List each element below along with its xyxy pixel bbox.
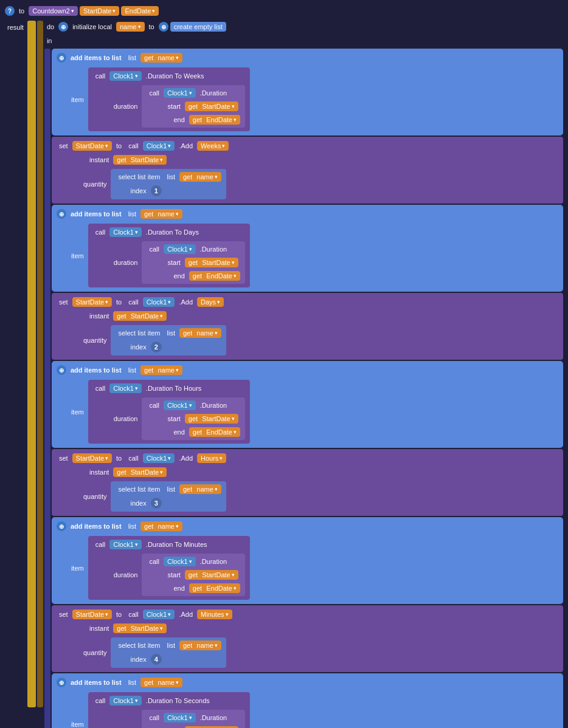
- clock2-dur-3[interactable]: Clock1: [164, 400, 196, 410]
- set-startdate-2: set StartDate to call Clock1 .Add Days i…: [52, 293, 563, 360]
- call2-label-3: call: [147, 400, 162, 410]
- set-row-2: set StartDate to call Clock1 .Add Days: [57, 296, 558, 308]
- clock1-seconds[interactable]: Clock1: [109, 696, 142, 706]
- start-date-header[interactable]: StartDate: [80, 6, 119, 16]
- set-var-2[interactable]: StartDate: [72, 297, 112, 307]
- clock1-weeks[interactable]: Clock1: [109, 71, 142, 81]
- duration-row-4: duration call Clock1 .Duration: [93, 552, 245, 597]
- get-start-4[interactable]: get StartDate: [185, 570, 238, 580]
- end-row-3: end get EndDate: [147, 426, 240, 438]
- set-startdate-4: set StartDate to call Clock1 .Add Minute…: [52, 605, 563, 672]
- list-lbl-3: list: [165, 484, 178, 494]
- index-val-4: 4: [151, 654, 162, 665]
- item-row-2: item call Clock1 .Duration To Days durat…: [57, 222, 558, 289]
- set-label-2: set: [57, 297, 71, 307]
- section-1-content: ⊕ add items to list list get name item: [52, 49, 563, 728]
- clock-set-2[interactable]: Clock1: [143, 297, 175, 307]
- info-icon-add5[interactable]: ⊕: [57, 678, 66, 687]
- start-row-1: start get StartDate: [147, 100, 240, 112]
- clock1-days[interactable]: Clock1: [109, 227, 142, 237]
- set-var-1[interactable]: StartDate: [72, 141, 112, 151]
- add-items-list-row-3: ⊕ add items to list list get name: [57, 364, 558, 376]
- index-row-4: index 4: [116, 653, 221, 666]
- set-row-4: set StartDate to call Clock1 .Add Minute…: [57, 608, 558, 620]
- clock2-dur-2[interactable]: Clock1: [164, 244, 196, 254]
- index-row-3: index 3: [116, 496, 221, 510]
- clock2-dur-1[interactable]: Clock1: [164, 88, 196, 98]
- get-end-1[interactable]: get EndDate: [189, 115, 240, 125]
- set-var-3[interactable]: StartDate: [72, 453, 112, 463]
- call-label-4: call: [93, 540, 108, 549]
- info-icon[interactable]: ?: [5, 6, 15, 16]
- set-startdate-3: set StartDate to call Clock1 .Add Hours …: [52, 449, 563, 516]
- get-name-2[interactable]: get name: [140, 209, 182, 219]
- clock2-dur-5[interactable]: Clock1: [164, 713, 196, 723]
- method2-dur-4: .Duration: [198, 557, 230, 566]
- info-icon-add2[interactable]: ⊕: [57, 209, 66, 219]
- get-name-5[interactable]: get name: [140, 678, 182, 687]
- get-instant-2[interactable]: get StartDate: [113, 311, 167, 321]
- unit-minutes[interactable]: Minutes: [197, 610, 232, 619]
- add-items-list-row-4: ⊕ add items to list list get name: [57, 520, 558, 532]
- section-1: ⊕ add items to list list get name item: [44, 49, 563, 728]
- list-label-1: list: [126, 53, 139, 63]
- start-row-3: start get StartDate: [147, 413, 240, 425]
- end-label-3: end: [171, 427, 187, 437]
- set-to-2: to: [114, 297, 124, 307]
- create-empty-list-block[interactable]: create empty list: [170, 22, 226, 32]
- quantity-row-4: quantity select list item list get name: [57, 636, 558, 669]
- name-var-block[interactable]: name: [116, 22, 145, 32]
- method2-dur-5: .Duration: [198, 713, 230, 723]
- clock2-dur-4[interactable]: Clock1: [164, 557, 196, 566]
- clock-set-3[interactable]: Clock1: [143, 453, 175, 463]
- select-list-item-3: select list item list get name index 3: [111, 481, 226, 512]
- info-icon-2[interactable]: ⊕: [58, 22, 68, 32]
- get-instant-4[interactable]: get StartDate: [113, 623, 167, 633]
- info-icon-add3[interactable]: ⊕: [57, 365, 66, 375]
- get-name-3[interactable]: get name: [140, 365, 182, 375]
- get-name-sel-3[interactable]: get name: [179, 484, 221, 494]
- info-icon-add1[interactable]: ⊕: [57, 53, 66, 63]
- get-start-1[interactable]: get StartDate: [185, 101, 238, 111]
- get-end-4[interactable]: get EndDate: [189, 583, 240, 593]
- duration-to-days-block: call Clock1 .Duration To Days duration c…: [88, 224, 250, 287]
- get-end-3[interactable]: get EndDate: [189, 427, 240, 437]
- clock1-hours[interactable]: Clock1: [109, 383, 142, 393]
- clock1-minutes[interactable]: Clock1: [109, 540, 142, 549]
- initialize-label: initialize local: [70, 22, 114, 32]
- get-end-2[interactable]: get EndDate: [189, 271, 240, 281]
- get-instant-1[interactable]: get StartDate: [113, 155, 167, 165]
- end-date-header[interactable]: EndDate: [121, 6, 159, 16]
- get-instant-3[interactable]: get StartDate: [113, 467, 167, 477]
- start-row-2: start get StartDate: [147, 256, 240, 269]
- set-to-1: to: [114, 141, 124, 151]
- to-label-2: to: [147, 22, 157, 32]
- call-label-set2: call: [126, 297, 141, 307]
- info-icon-3[interactable]: ⊕: [159, 22, 168, 32]
- clock-set-4[interactable]: Clock1: [143, 610, 175, 619]
- quantity-label-3: quantity: [81, 492, 109, 501]
- set-var-4[interactable]: StartDate: [72, 610, 112, 619]
- get-start-3[interactable]: get StartDate: [185, 414, 238, 424]
- get-name-sel-2[interactable]: get name: [179, 328, 221, 338]
- unit-weeks[interactable]: Weeks: [197, 141, 229, 151]
- get-name-sel-4[interactable]: get name: [179, 640, 221, 650]
- get-name-1[interactable]: get name: [140, 53, 182, 63]
- get-name-4[interactable]: get name: [140, 521, 182, 531]
- call-label-set3: call: [126, 453, 141, 463]
- unit-hours[interactable]: Hours: [197, 453, 226, 463]
- clock-set-1[interactable]: Clock1: [143, 141, 175, 151]
- instant-row-3: instant get StartDate: [57, 466, 558, 478]
- unit-days[interactable]: Days: [197, 297, 224, 307]
- get-start-2[interactable]: get StartDate: [185, 258, 238, 267]
- countdown2-block[interactable]: Countdown2: [29, 6, 78, 16]
- info-icon-add4[interactable]: ⊕: [57, 521, 66, 531]
- add-label-3: .Add: [176, 453, 195, 463]
- get-name-sel-1[interactable]: get name: [179, 172, 221, 182]
- gold-bar: [27, 21, 36, 707]
- add-items-label-4: add items to list: [68, 521, 124, 531]
- quantity-label-4: quantity: [81, 648, 109, 658]
- call2-label-2: call: [147, 244, 162, 254]
- select-list-item-1: select list item list get name index 1: [111, 169, 226, 199]
- index-label-4: index: [128, 654, 148, 664]
